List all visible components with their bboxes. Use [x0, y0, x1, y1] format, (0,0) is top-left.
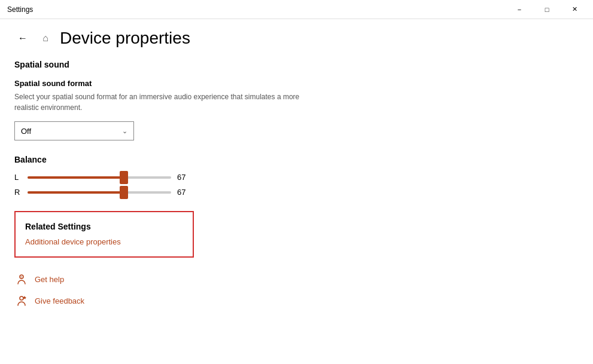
spatial-format-description: Select your spatial sound format for an …: [14, 91, 302, 113]
balance-title: Balance: [14, 155, 579, 164]
balance-section: Balance L 67 R 67: [14, 155, 579, 197]
right-channel-label: R: [14, 188, 22, 197]
spatial-format-dropdown[interactable]: Off ⌄: [14, 121, 134, 140]
left-slider-track[interactable]: [28, 176, 171, 179]
minimize-button[interactable]: −: [506, 0, 533, 19]
svg-point-2: [20, 296, 23, 300]
content-area: ← ⌂ Device properties Spatial sound Spat…: [0, 19, 593, 364]
right-slider-fill: [28, 191, 124, 194]
back-icon: ←: [18, 33, 28, 44]
dropdown-value: Off: [21, 127, 31, 136]
home-icon[interactable]: ⌂: [38, 31, 53, 45]
left-slider-row: L 67: [14, 173, 579, 182]
chevron-down-icon: ⌄: [122, 127, 127, 135]
page-title: Device properties: [60, 29, 190, 48]
give-feedback-icon: [14, 293, 29, 308]
spatial-sound-section: Spatial sound Spatial sound format Selec…: [14, 60, 579, 140]
titlebar-controls: − □ ✕: [506, 0, 588, 19]
back-button[interactable]: ←: [14, 30, 31, 47]
titlebar-left: Settings: [7, 5, 33, 14]
get-help-item[interactable]: ? Get help: [14, 272, 579, 286]
left-slider-thumb[interactable]: [120, 171, 128, 184]
maximize-button[interactable]: □: [533, 0, 561, 19]
page-header: ← ⌂ Device properties: [14, 29, 579, 48]
additional-device-properties-link[interactable]: Additional device properties: [25, 237, 121, 246]
left-slider-fill: [28, 176, 124, 179]
right-slider-thumb[interactable]: [120, 186, 128, 199]
get-help-text: Get help: [35, 275, 64, 284]
close-button[interactable]: ✕: [561, 0, 588, 19]
spatial-sound-heading: Spatial sound: [14, 60, 579, 69]
left-channel-label: L: [14, 173, 22, 182]
left-slider-value: 67: [177, 173, 191, 182]
give-feedback-text: Give feedback: [35, 296, 84, 305]
give-feedback-item[interactable]: Give feedback: [14, 293, 579, 308]
titlebar: Settings − □ ✕: [0, 0, 593, 19]
right-slider-track[interactable]: [28, 191, 171, 194]
related-settings-box: Related Settings Additional device prope…: [14, 211, 194, 258]
help-section: ? Get help Give feedback: [14, 272, 579, 308]
get-help-icon: ?: [14, 272, 29, 286]
titlebar-title: Settings: [7, 5, 33, 14]
right-slider-value: 67: [177, 188, 191, 197]
right-slider-row: R 67: [14, 188, 579, 197]
spatial-format-label: Spatial sound format: [14, 79, 579, 88]
related-settings-title: Related Settings: [25, 222, 183, 231]
